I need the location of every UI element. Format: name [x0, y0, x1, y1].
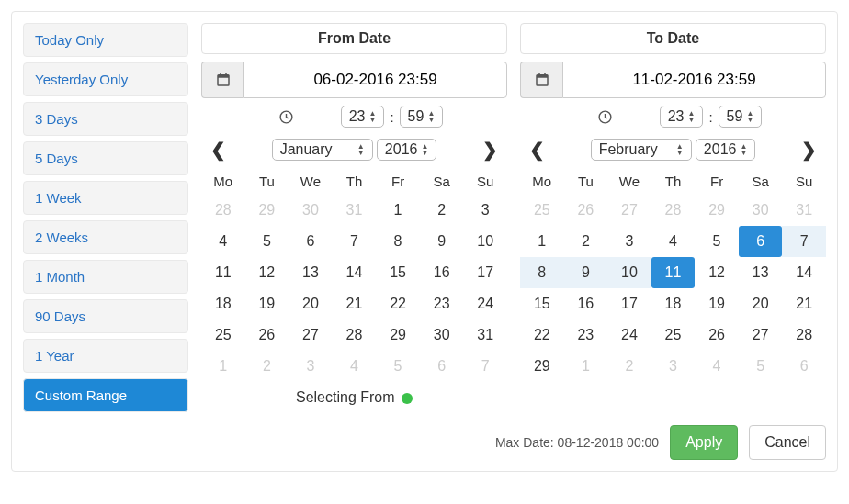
preset-1-year[interactable]: 1 Year	[23, 339, 188, 373]
to-day-cell[interactable]: 19	[695, 288, 739, 319]
preset-yesterday-only[interactable]: Yesterday Only	[23, 62, 188, 96]
from-day-cell[interactable]: 8	[376, 226, 420, 257]
preset-1-month[interactable]: 1 Month	[23, 260, 188, 294]
to-day-cell[interactable]: 11	[651, 257, 696, 288]
to-day-cell: 6	[782, 351, 826, 382]
from-day-cell: 28	[201, 195, 245, 226]
from-day-cell[interactable]: 31	[463, 319, 507, 351]
from-day-cell[interactable]: 4	[201, 226, 245, 257]
from-month-select[interactable]: January ▲▼	[272, 139, 373, 161]
to-day-cell[interactable]: 25	[651, 319, 696, 351]
apply-button[interactable]: Apply	[670, 425, 738, 460]
to-day-cell: 2	[607, 351, 651, 382]
from-day-cell[interactable]: 20	[289, 288, 333, 319]
preset-custom-range[interactable]: Custom Range	[23, 378, 188, 412]
to-day-cell[interactable]: 22	[520, 319, 564, 351]
from-year-value: 2016	[385, 141, 418, 158]
to-day-cell[interactable]: 12	[695, 257, 739, 288]
to-day-cell[interactable]: 21	[782, 288, 826, 319]
from-day-cell[interactable]: 24	[463, 288, 507, 319]
to-month-select[interactable]: February ▲▼	[591, 139, 692, 161]
to-day-cell[interactable]: 1	[520, 226, 564, 257]
clock-icon	[266, 109, 308, 125]
from-day-cell[interactable]: 5	[245, 226, 289, 257]
to-day-cell[interactable]: 24	[607, 319, 651, 351]
cancel-button[interactable]: Cancel	[749, 425, 826, 460]
to-day-cell[interactable]: 6	[739, 226, 783, 257]
to-minute-select[interactable]: 59 ▲▼	[719, 106, 763, 128]
from-day-cell[interactable]: 14	[333, 257, 377, 288]
from-day-cell[interactable]: 15	[376, 257, 420, 288]
time-colon: :	[390, 109, 393, 125]
from-day-cell[interactable]: 12	[245, 257, 289, 288]
to-day-cell[interactable]: 20	[739, 288, 783, 319]
from-day-cell[interactable]: 29	[376, 319, 420, 351]
from-day-cell[interactable]: 28	[333, 319, 377, 351]
from-day-cell[interactable]: 23	[420, 288, 464, 319]
from-day-cell[interactable]: 17	[463, 257, 507, 288]
from-day-cell[interactable]: 11	[201, 257, 245, 288]
to-day-cell[interactable]: 29	[520, 351, 564, 382]
to-day-cell[interactable]: 4	[651, 226, 696, 257]
to-next-month[interactable]: ❯	[796, 137, 822, 162]
from-day-cell[interactable]: 22	[376, 288, 420, 319]
preset-5-days[interactable]: 5 Days	[23, 141, 188, 175]
from-day-cell[interactable]: 1	[376, 195, 420, 226]
from-day-cell[interactable]: 26	[245, 319, 289, 351]
to-day-cell[interactable]: 7	[782, 226, 826, 257]
from-day-cell[interactable]: 21	[333, 288, 377, 319]
from-day-cell: 29	[245, 195, 289, 226]
to-day-cell[interactable]: 16	[564, 288, 608, 319]
day-header: Th	[651, 168, 696, 195]
from-hour-select[interactable]: 23 ▲▼	[341, 106, 385, 128]
from-day-cell[interactable]: 6	[289, 226, 333, 257]
to-day-cell[interactable]: 9	[564, 257, 608, 288]
to-day-cell[interactable]: 2	[564, 226, 608, 257]
to-day-cell[interactable]: 8	[520, 257, 564, 288]
to-day-cell[interactable]: 28	[782, 319, 826, 351]
preset-90-days[interactable]: 90 Days	[23, 299, 188, 333]
to-day-cell[interactable]: 17	[607, 288, 651, 319]
from-day-cell[interactable]: 30	[420, 319, 464, 351]
date-range-picker: Today OnlyYesterday Only3 Days5 Days1 We…	[11, 11, 838, 472]
to-minute-value: 59	[727, 108, 743, 125]
from-day-cell[interactable]: 13	[289, 257, 333, 288]
to-day-cell[interactable]: 27	[739, 319, 783, 351]
to-day-cell[interactable]: 10	[607, 257, 651, 288]
to-day-cell[interactable]: 18	[651, 288, 696, 319]
from-day-cell[interactable]: 9	[420, 226, 464, 257]
from-day-cell[interactable]: 25	[201, 319, 245, 351]
preset-today-only[interactable]: Today Only	[23, 23, 188, 57]
to-date-input[interactable]	[562, 62, 826, 98]
from-minute-select[interactable]: 59 ▲▼	[400, 106, 444, 128]
to-prev-month[interactable]: ❮	[524, 137, 550, 162]
from-title: From Date	[201, 23, 507, 54]
to-day-cell[interactable]: 26	[695, 319, 739, 351]
to-day-cell[interactable]: 5	[695, 226, 739, 257]
from-next-month[interactable]: ❯	[477, 137, 504, 162]
to-day-cell[interactable]: 23	[564, 319, 608, 351]
from-panel: From Date 23 ▲▼ :	[201, 23, 507, 412]
from-day-cell[interactable]: 27	[289, 319, 333, 351]
from-day-cell[interactable]: 10	[463, 226, 507, 257]
preset-1-week[interactable]: 1 Week	[23, 181, 188, 215]
to-year-select[interactable]: 2016 ▲▼	[696, 139, 756, 161]
to-hour-select[interactable]: 23 ▲▼	[660, 106, 704, 128]
max-date-label: Max Date: 08-12-2018 00:00	[495, 435, 659, 450]
to-day-cell[interactable]: 15	[520, 288, 564, 319]
from-year-select[interactable]: 2016 ▲▼	[377, 139, 437, 161]
day-header: Su	[463, 168, 507, 195]
from-day-cell[interactable]: 2	[420, 195, 464, 226]
preset-3-days[interactable]: 3 Days	[23, 102, 188, 136]
from-prev-month[interactable]: ❮	[205, 137, 232, 162]
to-day-cell[interactable]: 14	[782, 257, 826, 288]
to-day-cell[interactable]: 3	[607, 226, 651, 257]
preset-2-weeks[interactable]: 2 Weeks	[23, 220, 188, 254]
to-day-cell[interactable]: 13	[739, 257, 783, 288]
from-day-cell[interactable]: 7	[333, 226, 377, 257]
from-day-cell[interactable]: 16	[420, 257, 464, 288]
from-date-input[interactable]	[243, 62, 507, 98]
from-day-cell[interactable]: 3	[463, 195, 507, 226]
from-day-cell[interactable]: 18	[201, 288, 245, 319]
from-day-cell[interactable]: 19	[245, 288, 289, 319]
